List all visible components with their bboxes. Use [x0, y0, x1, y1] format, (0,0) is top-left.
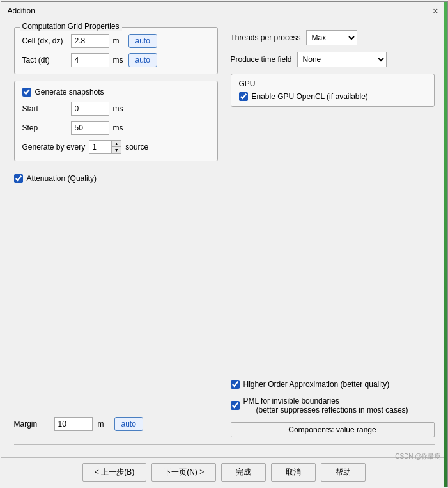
step-unit: ms: [113, 123, 125, 132]
gpu-label: Enable GPU OpenCL (if available): [252, 92, 368, 101]
produce-row: Produce time field None All Custom: [231, 52, 435, 67]
cell-auto-button[interactable]: auto: [128, 34, 157, 48]
cell-label: Cell (dx, dz): [22, 36, 67, 45]
threads-row: Threads per process Max 1 2 4 8: [231, 30, 435, 45]
window-title: Addition: [8, 6, 35, 15]
higher-order-checkbox[interactable]: [231, 380, 240, 389]
generate-row: Generate by every ▲ ▼ source: [22, 140, 210, 154]
back-button[interactable]: < 上一步(B): [82, 463, 146, 482]
bottom-section: Margin m auto Higher Order Approximation…: [14, 380, 435, 437]
tact-unit: ms: [113, 56, 125, 65]
cancel-button[interactable]: 取消: [271, 463, 316, 482]
green-accent-bar: [444, 2, 447, 487]
tact-row: Tact (dt) ms auto: [22, 53, 210, 67]
watermark: CSDN @你最瘦: [395, 452, 440, 461]
next-button[interactable]: 下一页(N) >: [151, 463, 216, 482]
step-label: Step: [22, 123, 67, 132]
attenuation-row: Attenuation (Quality): [14, 174, 218, 183]
generate-label: Generate by every: [22, 143, 86, 152]
tact-input[interactable]: [71, 53, 109, 67]
generate-down-button[interactable]: ▼: [112, 147, 121, 153]
attenuation-area: Attenuation (Quality): [14, 174, 218, 183]
margin-auto-button[interactable]: auto: [114, 417, 143, 431]
gpu-title: GPU: [239, 79, 426, 88]
tact-label: Tact (dt): [22, 56, 67, 65]
gpu-checkbox-row: Enable GPU OpenCL (if available): [239, 92, 426, 101]
tact-auto-button[interactable]: auto: [128, 53, 157, 67]
pml-label: PML for invisible boundaries (better sup…: [243, 397, 408, 414]
pml-row: PML for invisible boundaries (better sup…: [231, 397, 435, 414]
footer-bar: < 上一步(B) 下一页(N) > 完成 取消 帮助: [1, 457, 447, 487]
higher-order-row: Higher Order Approximation (better quali…: [231, 380, 435, 389]
generate-arrows: ▲ ▼: [111, 140, 121, 154]
attenuation-label: Attenuation (Quality): [27, 174, 97, 183]
step-row: Step ms: [22, 121, 210, 135]
margin-unit: m: [98, 420, 109, 429]
left-bottom: Margin m auto: [14, 380, 218, 437]
close-button[interactable]: ×: [430, 6, 440, 16]
cell-unit: m: [113, 36, 125, 45]
step-input[interactable]: [71, 121, 109, 135]
generate-unit: source: [125, 143, 148, 152]
title-bar: Addition ×: [1, 2, 447, 20]
help-button[interactable]: 帮助: [321, 463, 366, 482]
left-panel: Computation Grid Properties Cell (dx, dz…: [14, 27, 218, 168]
start-row: Start ms: [22, 102, 210, 116]
main-content: Computation Grid Properties Cell (dx, dz…: [1, 20, 447, 457]
computation-grid-group: Computation Grid Properties Cell (dx, dz…: [14, 27, 218, 74]
main-window: Addition × Computation Grid Properties C…: [1, 1, 448, 487]
produce-label: Produce time field: [231, 55, 292, 64]
cell-input[interactable]: [71, 34, 109, 48]
snapshots-label: Generate snapshots: [35, 88, 104, 97]
components-button[interactable]: Components: value range: [231, 422, 435, 437]
threads-select[interactable]: Max 1 2 4 8: [306, 30, 357, 45]
generate-spinbox: ▲ ▼: [89, 140, 121, 154]
divider: [14, 444, 435, 445]
threads-label: Threads per process: [231, 33, 301, 42]
margin-label: Margin: [14, 420, 49, 429]
cell-row: Cell (dx, dz) m auto: [22, 34, 210, 48]
top-section: Computation Grid Properties Cell (dx, dz…: [14, 27, 435, 168]
computation-grid-title: Computation Grid Properties: [20, 22, 122, 31]
margin-input[interactable]: [54, 417, 93, 431]
produce-select[interactable]: None All Custom: [297, 52, 387, 67]
start-label: Start: [22, 104, 67, 113]
start-input[interactable]: [71, 102, 109, 116]
gpu-checkbox[interactable]: [239, 92, 248, 101]
gpu-group: GPU Enable GPU OpenCL (if available): [231, 74, 435, 107]
snapshots-title-row: Generate snapshots: [22, 88, 210, 97]
attenuation-checkbox[interactable]: [14, 174, 23, 183]
generate-up-button[interactable]: ▲: [112, 141, 121, 148]
higher-order-label: Higher Order Approximation (better quali…: [243, 380, 390, 389]
margin-row: Margin m auto: [14, 417, 218, 431]
snapshots-group: Generate snapshots Start ms Step ms Gene…: [14, 81, 218, 161]
middle-section: Attenuation (Quality): [14, 174, 435, 183]
pml-checkbox[interactable]: [231, 401, 240, 410]
right-panel: Threads per process Max 1 2 4 8 Produce …: [231, 27, 435, 168]
generate-input[interactable]: [89, 140, 111, 154]
start-unit: ms: [113, 104, 125, 113]
snapshots-checkbox[interactable]: [22, 88, 31, 97]
finish-button[interactable]: 完成: [221, 463, 266, 482]
right-options: Higher Order Approximation (better quali…: [231, 380, 435, 437]
